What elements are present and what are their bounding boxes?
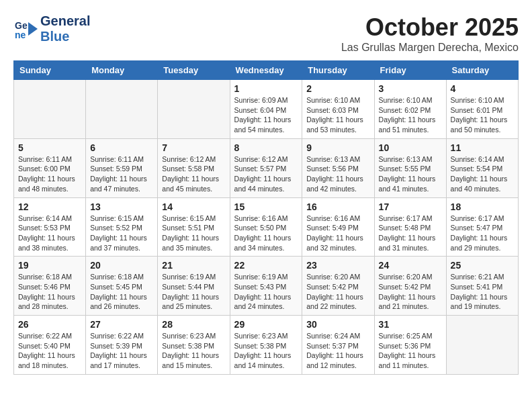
weekday-header-cell: Tuesday — [158, 61, 230, 80]
day-number: 13 — [90, 201, 153, 212]
calendar-cell: 18Sunrise: 6:17 AM Sunset: 5:47 PM Dayli… — [446, 197, 518, 257]
day-info: Sunrise: 6:14 AM Sunset: 5:54 PM Dayligh… — [451, 154, 514, 194]
day-info: Sunrise: 6:14 AM Sunset: 5:53 PM Dayligh… — [18, 214, 81, 253]
day-number: 4 — [451, 83, 514, 94]
day-info: Sunrise: 6:16 AM Sunset: 5:50 PM Dayligh… — [234, 214, 298, 253]
calendar-cell: 9Sunrise: 6:13 AM Sunset: 5:56 PM Daylig… — [302, 138, 374, 197]
calendar-cell: 23Sunrise: 6:20 AM Sunset: 5:42 PM Dayli… — [302, 257, 374, 316]
calendar-cell — [86, 80, 158, 139]
svg-marker-2 — [28, 22, 38, 36]
day-number: 5 — [18, 142, 81, 153]
calendar-cell: 5Sunrise: 6:11 AM Sunset: 6:00 PM Daylig… — [14, 138, 86, 197]
calendar-cell: 2Sunrise: 6:10 AM Sunset: 6:03 PM Daylig… — [302, 80, 374, 139]
day-number: 28 — [162, 319, 225, 330]
calendar-cell: 24Sunrise: 6:20 AM Sunset: 5:42 PM Dayli… — [374, 257, 446, 316]
day-number: 26 — [18, 319, 81, 330]
calendar-cell: 1Sunrise: 6:09 AM Sunset: 6:04 PM Daylig… — [230, 80, 302, 139]
day-info: Sunrise: 6:13 AM Sunset: 5:55 PM Dayligh… — [379, 154, 442, 194]
day-number: 23 — [306, 260, 369, 271]
day-info: Sunrise: 6:22 AM Sunset: 5:40 PM Dayligh… — [18, 331, 81, 371]
day-info: Sunrise: 6:11 AM Sunset: 6:00 PM Dayligh… — [18, 154, 81, 194]
day-info: Sunrise: 6:20 AM Sunset: 5:42 PM Dayligh… — [306, 272, 369, 312]
calendar-cell: 6Sunrise: 6:11 AM Sunset: 5:59 PM Daylig… — [86, 138, 158, 197]
day-number: 30 — [306, 319, 369, 330]
weekday-header-cell: Wednesday — [230, 61, 302, 80]
calendar-cell: 16Sunrise: 6:16 AM Sunset: 5:49 PM Dayli… — [302, 197, 374, 257]
day-info: Sunrise: 6:21 AM Sunset: 5:41 PM Dayligh… — [451, 272, 514, 312]
day-number: 31 — [379, 319, 442, 330]
day-info: Sunrise: 6:25 AM Sunset: 5:36 PM Dayligh… — [379, 331, 442, 371]
logo-text: General Blue — [40, 13, 90, 44]
calendar-cell — [158, 80, 230, 139]
day-info: Sunrise: 6:23 AM Sunset: 5:38 PM Dayligh… — [162, 331, 225, 371]
day-number: 9 — [306, 142, 369, 153]
calendar-cell: 3Sunrise: 6:10 AM Sunset: 6:02 PM Daylig… — [374, 80, 446, 139]
day-info: Sunrise: 6:16 AM Sunset: 5:49 PM Dayligh… — [306, 214, 369, 253]
calendar-cell: 11Sunrise: 6:14 AM Sunset: 5:54 PM Dayli… — [446, 138, 518, 197]
weekday-header: SundayMondayTuesdayWednesdayThursdayFrid… — [14, 61, 519, 80]
calendar-cell — [446, 316, 518, 375]
calendar-cell: 8Sunrise: 6:12 AM Sunset: 5:57 PM Daylig… — [230, 138, 302, 197]
day-number: 6 — [90, 142, 153, 153]
calendar-cell: 15Sunrise: 6:16 AM Sunset: 5:50 PM Dayli… — [230, 197, 302, 257]
calendar-cell: 28Sunrise: 6:23 AM Sunset: 5:38 PM Dayli… — [158, 316, 230, 375]
calendar-cell: 12Sunrise: 6:14 AM Sunset: 5:53 PM Dayli… — [14, 197, 86, 257]
calendar-week-row: 5Sunrise: 6:11 AM Sunset: 6:00 PM Daylig… — [14, 138, 519, 197]
day-info: Sunrise: 6:23 AM Sunset: 5:38 PM Dayligh… — [234, 331, 298, 371]
day-number: 20 — [90, 260, 153, 271]
calendar-cell: 31Sunrise: 6:25 AM Sunset: 5:36 PM Dayli… — [374, 316, 446, 375]
day-info: Sunrise: 6:10 AM Sunset: 6:02 PM Dayligh… — [379, 95, 442, 135]
day-info: Sunrise: 6:19 AM Sunset: 5:43 PM Dayligh… — [234, 272, 298, 312]
day-number: 11 — [451, 142, 514, 153]
calendar-cell: 17Sunrise: 6:17 AM Sunset: 5:48 PM Dayli… — [374, 197, 446, 257]
day-number: 29 — [234, 319, 298, 330]
day-number: 22 — [234, 260, 298, 271]
day-info: Sunrise: 6:12 AM Sunset: 5:58 PM Dayligh… — [162, 154, 225, 194]
day-number: 2 — [306, 83, 369, 94]
location-title: Las Grullas Margen Derecha, Mexico — [341, 42, 519, 54]
day-info: Sunrise: 6:22 AM Sunset: 5:39 PM Dayligh… — [90, 331, 153, 371]
day-info: Sunrise: 6:15 AM Sunset: 5:51 PM Dayligh… — [162, 214, 225, 253]
calendar-week-row: 19Sunrise: 6:18 AM Sunset: 5:46 PM Dayli… — [14, 257, 519, 316]
weekday-header-cell: Sunday — [14, 61, 86, 80]
calendar-cell: 7Sunrise: 6:12 AM Sunset: 5:58 PM Daylig… — [158, 138, 230, 197]
day-number: 10 — [379, 142, 442, 153]
calendar-cell: 29Sunrise: 6:23 AM Sunset: 5:38 PM Dayli… — [230, 316, 302, 375]
logo-line1: General — [40, 13, 90, 29]
day-number: 12 — [18, 201, 81, 212]
day-number: 1 — [234, 83, 298, 94]
calendar-cell — [14, 80, 86, 139]
calendar-week-row: 26Sunrise: 6:22 AM Sunset: 5:40 PM Dayli… — [14, 316, 519, 375]
day-info: Sunrise: 6:17 AM Sunset: 5:48 PM Dayligh… — [379, 214, 442, 253]
calendar-cell: 10Sunrise: 6:13 AM Sunset: 5:55 PM Dayli… — [374, 138, 446, 197]
calendar-cell: 25Sunrise: 6:21 AM Sunset: 5:41 PM Dayli… — [446, 257, 518, 316]
day-number: 15 — [234, 201, 298, 212]
calendar-cell: 13Sunrise: 6:15 AM Sunset: 5:52 PM Dayli… — [86, 197, 158, 257]
calendar-week-row: 1Sunrise: 6:09 AM Sunset: 6:04 PM Daylig… — [14, 80, 519, 139]
day-info: Sunrise: 6:10 AM Sunset: 6:03 PM Dayligh… — [306, 95, 369, 135]
day-info: Sunrise: 6:10 AM Sunset: 6:01 PM Dayligh… — [451, 95, 514, 135]
day-info: Sunrise: 6:12 AM Sunset: 5:57 PM Dayligh… — [234, 154, 298, 194]
day-info: Sunrise: 6:09 AM Sunset: 6:04 PM Dayligh… — [234, 95, 298, 135]
day-number: 25 — [451, 260, 514, 271]
logo: Ge ne General Blue — [13, 13, 90, 44]
day-info: Sunrise: 6:13 AM Sunset: 5:56 PM Dayligh… — [306, 154, 369, 194]
calendar-cell: 21Sunrise: 6:19 AM Sunset: 5:44 PM Dayli… — [158, 257, 230, 316]
calendar-cell: 4Sunrise: 6:10 AM Sunset: 6:01 PM Daylig… — [446, 80, 518, 139]
day-info: Sunrise: 6:11 AM Sunset: 5:59 PM Dayligh… — [90, 154, 153, 194]
day-number: 14 — [162, 201, 225, 212]
logo-line2: Blue — [40, 29, 69, 44]
day-number: 16 — [306, 201, 369, 212]
calendar-cell: 20Sunrise: 6:18 AM Sunset: 5:45 PM Dayli… — [86, 257, 158, 316]
day-info: Sunrise: 6:17 AM Sunset: 5:47 PM Dayligh… — [451, 214, 514, 253]
weekday-header-cell: Saturday — [446, 61, 518, 80]
day-info: Sunrise: 6:20 AM Sunset: 5:42 PM Dayligh… — [379, 272, 442, 312]
day-number: 18 — [451, 201, 514, 212]
day-number: 19 — [18, 260, 81, 271]
header: Ge ne General Blue October 2025 Las Grul… — [13, 13, 519, 54]
weekday-header-cell: Friday — [374, 61, 446, 80]
calendar-body: 1Sunrise: 6:09 AM Sunset: 6:04 PM Daylig… — [14, 80, 519, 375]
logo-icon: Ge ne — [13, 17, 38, 41]
title-area: October 2025 Las Grullas Margen Derecha,… — [341, 13, 519, 54]
svg-text:ne: ne — [15, 30, 26, 40]
